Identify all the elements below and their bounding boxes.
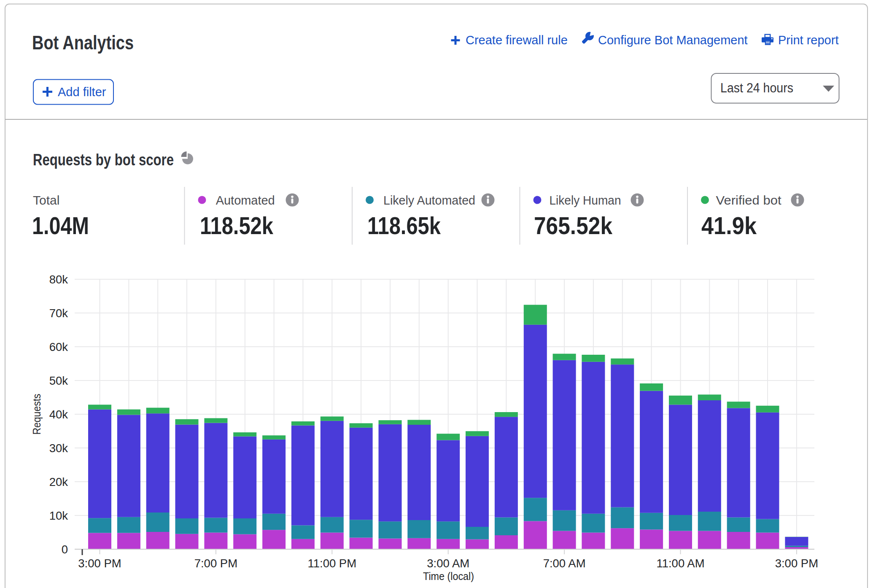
svg-text:30k: 30k (49, 442, 68, 455)
svg-text:Total: Total (33, 193, 59, 207)
svg-text:0: 0 (62, 543, 68, 556)
svg-text:Create firewall rule: Create firewall rule (466, 33, 568, 47)
svg-text:765.52k: 765.52k (534, 212, 613, 239)
svg-text:40k: 40k (49, 408, 68, 421)
svg-text:Verified bot: Verified bot (716, 193, 782, 207)
svg-text:Bot Analytics: Bot Analytics (32, 32, 134, 54)
svg-text:Print report: Print report (778, 33, 838, 47)
svg-text:Likely Automated: Likely Automated (383, 193, 475, 207)
svg-text:118.65k: 118.65k (367, 212, 441, 239)
svg-text:Requests: Requests (30, 394, 43, 435)
svg-text:80k: 80k (49, 273, 68, 286)
svg-text:Requests by bot score: Requests by bot score (33, 151, 174, 169)
svg-text:Time (local): Time (local) (423, 570, 474, 583)
svg-text:Configure Bot Management: Configure Bot Management (598, 33, 748, 47)
svg-text:Add filter: Add filter (58, 85, 106, 99)
svg-text:60k: 60k (49, 340, 68, 353)
svg-text:3:00 PM: 3:00 PM (775, 557, 818, 570)
svg-text:Automated: Automated (216, 193, 275, 207)
svg-text:3:00 PM: 3:00 PM (78, 557, 121, 570)
svg-text:11:00 AM: 11:00 AM (656, 557, 704, 570)
svg-text:41.9k: 41.9k (701, 212, 757, 239)
svg-text:Last 24 hours: Last 24 hours (720, 81, 793, 95)
svg-text:118.52k: 118.52k (200, 212, 274, 239)
svg-text:11:00 PM: 11:00 PM (307, 557, 356, 570)
svg-text:3:00 AM: 3:00 AM (427, 557, 469, 570)
svg-text:Likely Human: Likely Human (550, 193, 621, 207)
svg-text:50k: 50k (49, 374, 68, 387)
svg-text:70k: 70k (49, 307, 68, 320)
svg-text:7:00 PM: 7:00 PM (194, 557, 237, 570)
svg-text:1.04M: 1.04M (32, 212, 89, 239)
svg-text:20k: 20k (49, 475, 68, 488)
svg-text:7:00 AM: 7:00 AM (543, 557, 586, 570)
svg-text:10k: 10k (49, 509, 68, 522)
